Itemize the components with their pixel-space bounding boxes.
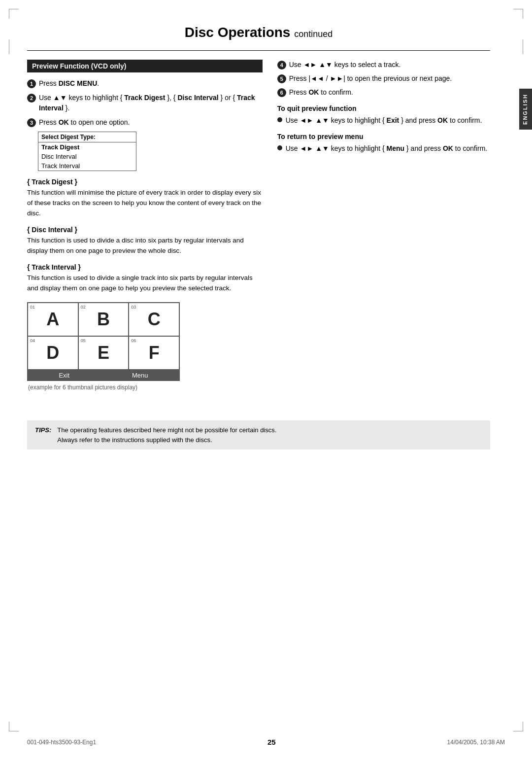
side-line-left: [9, 39, 9, 54]
step-4: 4 Use ◄► ▲▼ keys to select a track.: [277, 60, 490, 70]
step-1: 1 Press DISC MENU.: [27, 78, 263, 89]
right-column: 4 Use ◄► ▲▼ keys to select a track. 5 Pr…: [277, 60, 490, 391]
title-divider: [27, 50, 490, 51]
footer-page-number: 25: [267, 738, 276, 746]
menu-button-label: Menu: [132, 372, 148, 379]
subsec-disc-interval-body: This function is used to divide a disc i…: [27, 236, 263, 256]
thumb-cell-4: 04 D: [28, 336, 78, 370]
exit-button-label: Exit: [59, 372, 69, 379]
step-3: 3 Press OK to open one option.: [27, 117, 263, 128]
thumb-grid-cells: 01 A 02 B 03 C 04 D: [28, 303, 179, 370]
return-section-step: Use ◄► ▲▼ keys to highlight { Menu } and…: [277, 143, 490, 154]
subsec-track-digest-body: This function will minimise the picture …: [27, 188, 263, 219]
subsec-track-interval-body: This function is used to divide a single…: [27, 273, 263, 294]
step-6: 6 Press OK to confirm.: [277, 87, 490, 98]
subsec-track-digest-title: { Track Digest }: [27, 178, 263, 186]
tips-line-2: Always refer to the instructions supplie…: [57, 435, 276, 445]
return-section-title: To return to preview menu: [277, 133, 490, 140]
page-footer: 001-049-hts3500-93-Eng1 25 14/04/2005, 1…: [27, 738, 505, 746]
tips-content: The operating features described here mi…: [57, 425, 276, 445]
subsec-disc-interval-title: { Disc Interval }: [27, 226, 263, 234]
subsec-track-interval-title: { Track Interval }: [27, 263, 263, 271]
thumbnail-grid: 01 A 02 B 03 C 04 D: [27, 302, 180, 381]
thumbnail-caption: (example for 6 thumbnail pictures displa…: [28, 384, 263, 391]
footer-doc-id: 001-049-hts3500-93-Eng1: [27, 739, 96, 746]
corner-mark-tl: [9, 9, 19, 19]
page-title: Disc Operations continued: [27, 20, 490, 40]
step-2: 2 Use ▲▼ keys to highlight { Track Diges…: [27, 93, 263, 113]
thumb-cell-5: 05 E: [78, 336, 129, 370]
digest-type-box: Select Digest Type: Track Digest Disc In…: [38, 132, 136, 171]
thumb-cell-2: 02 B: [78, 303, 129, 336]
digest-item-disc: Disc Interval: [38, 152, 136, 161]
step-5: 5 Press |◄◄ / ►►| to open the previous o…: [277, 73, 490, 84]
side-line-right: [523, 39, 523, 54]
digest-item-interval: Track Interval: [38, 161, 136, 171]
digest-box-header: Select Digest Type:: [38, 132, 136, 142]
bullet-return: [277, 145, 282, 150]
thumb-cell-1: 01 A: [28, 303, 78, 336]
digest-item-track: Track Digest: [38, 142, 136, 152]
thumb-cell-3: 03 C: [129, 303, 179, 336]
section-header: Preview Function (VCD only): [27, 60, 263, 72]
bullet-quit: [277, 117, 282, 122]
tips-label: TIPS:: [35, 425, 51, 435]
left-column: Preview Function (VCD only) 1 Press DISC…: [27, 60, 263, 391]
thumb-grid-footer: Exit Menu: [28, 370, 179, 380]
tips-section: TIPS: The operating features described h…: [27, 420, 490, 450]
quit-section-title: To quit preview function: [277, 104, 490, 112]
tips-line-1: The operating features described here mi…: [57, 425, 276, 435]
corner-mark-br: [513, 722, 523, 731]
quit-section-step: Use ◄► ▲▼ keys to highlight { Exit } and…: [277, 115, 490, 126]
footer-date: 14/04/2005, 10:38 AM: [447, 739, 505, 746]
corner-mark-bl: [9, 722, 19, 731]
language-tab: English: [519, 89, 532, 130]
thumb-cell-6: 06 F: [129, 336, 179, 370]
corner-mark-tr: [513, 9, 523, 19]
